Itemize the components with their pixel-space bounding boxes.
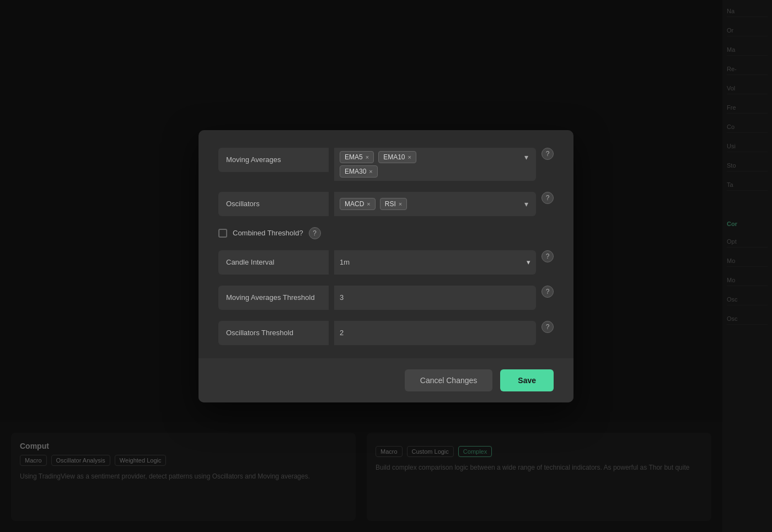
candle-interval-help[interactable]: ? [542,250,554,262]
oscillators-row: Oscillators MACD × RSI × ▾ ? [218,192,554,216]
candle-interval-chevron-icon: ▾ [527,258,530,266]
moving-averages-help[interactable]: ? [542,148,554,160]
chip-macd-label: MACD [345,200,364,208]
oscillators-value[interactable]: MACD × RSI × ▾ [334,192,536,216]
chip-ema5-remove[interactable]: × [366,154,369,160]
chip-ema10[interactable]: EMA10 × [378,151,416,163]
modal-overlay: Moving Averages EMA5 × EMA10 × ▾ [0,0,772,532]
moving-averages-chips-row1: EMA5 × EMA10 × ▾ [340,151,530,163]
ma-threshold-row: Moving Averages Threshold 3 ? [218,286,554,310]
modal-footer: Cancel Changes Save [199,358,573,402]
moving-averages-chips-row2: EMA30 × [340,165,530,178]
chip-ema5-label: EMA5 [345,153,363,161]
candle-interval-row: Candle Interval 1m ▾ ? [218,250,554,275]
ma-threshold-help[interactable]: ? [542,286,554,298]
candle-interval-value: 1m [340,258,350,266]
combined-threshold-checkbox[interactable] [218,229,227,238]
combined-threshold-help[interactable]: ? [309,227,321,239]
candle-interval-label: Candle Interval [218,250,329,275]
oscillators-help[interactable]: ? [542,192,554,204]
ma-threshold-value[interactable]: 3 [334,286,536,310]
cancel-changes-button[interactable]: Cancel Changes [405,369,493,391]
modal-body: Moving Averages EMA5 × EMA10 × ▾ [199,130,573,358]
chip-ema5[interactable]: EMA5 × [340,151,374,163]
chip-rsi-label: RSI [385,200,396,208]
chip-macd-remove[interactable]: × [367,201,370,207]
moving-averages-value[interactable]: EMA5 × EMA10 × ▾ EMA30 × [334,148,536,181]
combined-threshold-row: Combined Threshold? ? [218,227,554,239]
chip-macd[interactable]: MACD × [340,198,376,210]
chip-ema30-label: EMA30 [345,168,366,175]
oscillators-chevron[interactable]: ▾ [522,200,530,208]
save-button[interactable]: Save [500,369,554,391]
moving-averages-label: Moving Averages [218,148,329,172]
moving-averages-chevron[interactable]: ▾ [522,153,530,162]
chip-rsi-remove[interactable]: × [399,201,402,207]
osc-threshold-row: Oscillators Threshold 2 ? [218,321,554,345]
chip-ema30[interactable]: EMA30 × [340,165,378,178]
settings-modal: Moving Averages EMA5 × EMA10 × ▾ [199,130,573,402]
chip-ema10-label: EMA10 [383,153,405,161]
oscillators-label: Oscillators [218,192,329,216]
chip-ema30-remove[interactable]: × [369,168,372,175]
osc-threshold-label: Oscillators Threshold [218,321,329,345]
osc-threshold-value[interactable]: 2 [334,321,536,345]
osc-threshold-help[interactable]: ? [542,321,554,333]
chip-rsi[interactable]: RSI × [380,198,407,210]
moving-averages-row: Moving Averages EMA5 × EMA10 × ▾ [218,148,554,181]
chip-ema10-remove[interactable]: × [408,154,411,160]
candle-interval-dropdown[interactable]: 1m ▾ [334,250,536,275]
ma-threshold-label: Moving Averages Threshold [218,286,329,310]
combined-threshold-label: Combined Threshold? [233,229,303,237]
